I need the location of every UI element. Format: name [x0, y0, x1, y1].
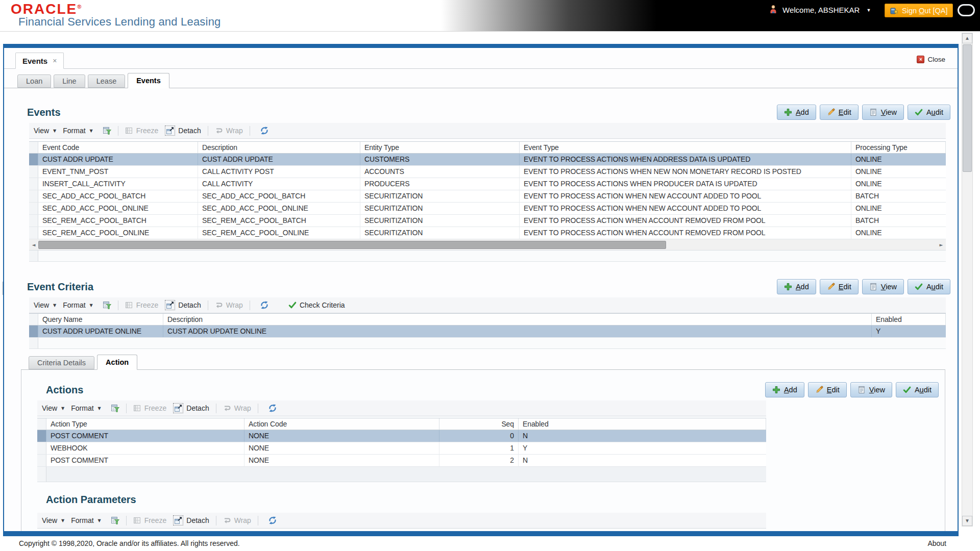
- column-header-enabled[interactable]: Enabled: [872, 314, 946, 325]
- view-menu-button[interactable]: View▼: [42, 516, 64, 524]
- column-header-event-code[interactable]: Event Code: [38, 142, 198, 153]
- refresh-button[interactable]: [268, 404, 277, 412]
- view-menu-label: View: [34, 301, 49, 309]
- scrollbar-thumb[interactable]: [963, 44, 972, 172]
- events-table-row[interactable]: SEC_ADD_ACC_POOL_ONLINE SEC_ADD_ACC_POOL…: [29, 203, 946, 215]
- cell-seq: 1: [439, 442, 519, 454]
- events-table-row[interactable]: SEC_REM_ACC_POOL_ONLINE SEC_REM_ACC_POOL…: [29, 227, 946, 239]
- view-button[interactable]: View: [862, 279, 904, 294]
- row-selector[interactable]: [29, 227, 38, 239]
- actions-table-row[interactable]: POST COMMENT NONE 2 N: [37, 455, 766, 467]
- row-selector[interactable]: [29, 215, 38, 227]
- edit-button[interactable]: Edit: [808, 382, 847, 397]
- column-header-action-code[interactable]: Action Code: [244, 418, 439, 430]
- empty-table-row: [37, 467, 766, 482]
- row-selector[interactable]: [29, 166, 38, 178]
- row-selector[interactable]: [29, 178, 38, 190]
- column-header-enabled[interactable]: Enabled: [519, 418, 766, 430]
- add-button[interactable]: Add: [777, 279, 816, 294]
- refresh-button[interactable]: [268, 516, 277, 524]
- view-menu-button[interactable]: View▼: [34, 127, 56, 135]
- add-button[interactable]: Add: [765, 382, 804, 397]
- view-button[interactable]: View: [850, 382, 892, 397]
- scroll-down-arrow[interactable]: ▼: [962, 516, 972, 526]
- column-header-query-name[interactable]: Query Name: [38, 314, 163, 325]
- about-link[interactable]: About: [927, 539, 946, 547]
- page-vertical-scrollbar[interactable]: ▲ ▼: [962, 33, 973, 527]
- row-selector[interactable]: [29, 325, 38, 337]
- tab-close-icon[interactable]: ×: [53, 57, 57, 65]
- row-selector[interactable]: [29, 203, 38, 214]
- column-header-description[interactable]: Description: [163, 314, 872, 325]
- events-table-row[interactable]: INSERT_CALL_ACTIVITY CALL ACTIVITY PRODU…: [29, 178, 946, 190]
- toolbar-separator: [250, 126, 250, 136]
- tab-lease[interactable]: Lease: [88, 74, 126, 88]
- column-header-event-type[interactable]: Event Type: [520, 142, 851, 153]
- audit-button[interactable]: Audit: [908, 279, 950, 294]
- detach-button[interactable]: Detach: [165, 300, 201, 310]
- tab-action[interactable]: Action: [97, 355, 137, 370]
- tab-events[interactable]: Events: [128, 73, 169, 88]
- welcome-menu[interactable]: Welcome, ABSHEKAR ▼: [769, 5, 871, 15]
- row-selector[interactable]: [37, 455, 46, 466]
- cell-action-type: POST COMMENT: [46, 455, 244, 466]
- detach-button[interactable]: Detach: [173, 403, 209, 413]
- format-menu-label: Format: [63, 301, 85, 309]
- actions-table-row[interactable]: WEBHOOK NONE 1 Y: [37, 442, 766, 455]
- row-selector[interactable]: [29, 154, 38, 165]
- doc-tab-events[interactable]: Events ×: [15, 53, 64, 69]
- check-criteria-button[interactable]: Check Criteria: [288, 301, 345, 309]
- tab-criteria-details[interactable]: Criteria Details: [29, 356, 94, 369]
- tab-loan[interactable]: Loan: [17, 74, 51, 88]
- refresh-button[interactable]: [260, 127, 268, 135]
- query-by-example-button[interactable]: [103, 127, 111, 135]
- view-menu-button[interactable]: View▼: [34, 301, 56, 309]
- column-header-processing-type[interactable]: Processing Type: [851, 142, 946, 153]
- events-table-row[interactable]: SEC_ADD_ACC_POOL_BATCH SEC_ADD_ACC_POOL_…: [29, 190, 946, 203]
- edit-label: Edit: [839, 283, 851, 291]
- add-button[interactable]: Add: [777, 105, 816, 120]
- events-table-row[interactable]: EVENT_TNM_POST CALL ACTIVITY POST ACCOUN…: [29, 166, 946, 178]
- view-button[interactable]: View: [862, 105, 904, 120]
- actions-table-row[interactable]: POST COMMENT NONE 0 N: [37, 430, 766, 442]
- empty-space: [46, 467, 766, 482]
- row-selector[interactable]: [37, 442, 46, 454]
- detach-button[interactable]: Detach: [173, 515, 209, 525]
- sign-out-button[interactable]: Sign Out [QA]: [885, 4, 953, 17]
- column-header-description[interactable]: Description: [198, 142, 360, 153]
- scrollbar-thumb[interactable]: [38, 241, 666, 249]
- close-button[interactable]: × Close: [917, 56, 945, 63]
- checkmark-icon: [915, 283, 923, 291]
- query-by-example-button[interactable]: [111, 516, 119, 524]
- query-by-example-button[interactable]: [111, 404, 119, 412]
- tab-line[interactable]: Line: [54, 74, 85, 88]
- edit-button[interactable]: Edit: [820, 105, 859, 120]
- row-selector[interactable]: [29, 190, 38, 202]
- scroll-right-arrow[interactable]: ►: [937, 242, 946, 247]
- audit-button[interactable]: Audit: [896, 382, 939, 397]
- events-table-row[interactable]: SEC_REM_ACC_POOL_BATCH SEC_REM_ACC_POOL_…: [29, 215, 946, 227]
- edit-button[interactable]: Edit: [820, 279, 859, 294]
- column-header-action-type[interactable]: Action Type: [46, 418, 244, 430]
- detach-button[interactable]: Detach: [165, 126, 201, 136]
- format-menu-button[interactable]: Format▼: [71, 516, 101, 524]
- add-icon: [772, 386, 780, 394]
- scroll-left-arrow[interactable]: ◄: [29, 242, 38, 247]
- view-menu-button[interactable]: View▼: [42, 404, 64, 412]
- wrap-button: Wrap: [215, 127, 243, 135]
- query-by-example-button[interactable]: [103, 301, 111, 309]
- format-menu-button[interactable]: Format▼: [63, 301, 93, 309]
- scroll-up-arrow[interactable]: ▲: [962, 33, 972, 43]
- column-header-seq[interactable]: Seq: [439, 418, 519, 430]
- event-criteria-table-row[interactable]: CUST ADDR UPDATE ONLINE CUST ADDR UPDATE…: [29, 325, 946, 338]
- row-selector[interactable]: [37, 430, 46, 442]
- format-menu-button[interactable]: Format▼: [71, 404, 101, 412]
- events-horizontal-scrollbar[interactable]: ◄ ►: [29, 239, 946, 251]
- events-table-row[interactable]: CUST ADDR UPDATE CUST ADDR UPDATE CUSTOM…: [29, 154, 946, 166]
- freeze-button: Freeze: [133, 516, 167, 524]
- column-header-entity-type[interactable]: Entity Type: [360, 142, 520, 153]
- events-table: Event Code Description Entity Type Event…: [29, 141, 946, 262]
- format-menu-button[interactable]: Format▼: [63, 127, 93, 135]
- refresh-button[interactable]: [260, 301, 268, 309]
- audit-button[interactable]: Audit: [908, 105, 950, 120]
